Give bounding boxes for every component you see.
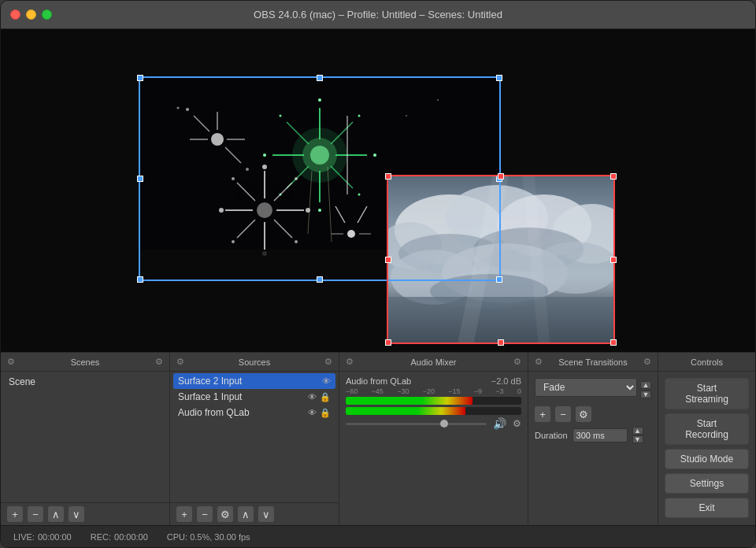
- svg-point-42: [262, 165, 267, 169]
- duration-input[interactable]: [573, 428, 628, 442]
- svg-point-50: [177, 107, 180, 109]
- source-eye-icon-2[interactable]: 👁: [308, 392, 317, 402]
- transitions-content: Fade Cut Swipe Slide Stinger ▲ ▼: [528, 372, 658, 525]
- sources-title: Sources: [184, 357, 324, 367]
- start-streaming-button[interactable]: Start Streaming: [665, 378, 749, 409]
- bottom-panels: ⚙ Scenes ⚙ Scene + − ∧ ∨ ⚙ Sources: [1, 352, 755, 547]
- scenes-down-button[interactable]: ∨: [69, 506, 84, 522]
- minimize-button[interactable]: [26, 9, 36, 20]
- meter-level-2: [346, 407, 465, 415]
- transition-select-row: Fade Cut Swipe Slide Stinger ▲ ▼: [535, 378, 651, 402]
- scenes-footer: + − ∧ ∨: [1, 502, 169, 525]
- transition-type-select[interactable]: Fade Cut Swipe Slide Stinger: [535, 378, 637, 397]
- duration-down-button[interactable]: ▼: [632, 435, 643, 443]
- source-item-audio[interactable]: Audio from QLab 👁 🔒: [173, 405, 335, 420]
- transition-add-button[interactable]: +: [535, 406, 550, 422]
- panel-audio-mixer: ⚙ Audio Mixer ⚙ Audio from QLab −2.0 dB …: [339, 353, 528, 525]
- volume-slider[interactable]: [346, 423, 487, 425]
- svg-point-49: [232, 240, 235, 243]
- svg-point-12: [318, 98, 321, 102]
- volume-thumb[interactable]: [440, 420, 448, 428]
- studio-mode-button[interactable]: Studio Mode: [665, 449, 749, 469]
- scenes-list: Scene: [1, 372, 169, 502]
- source-item-surface2[interactable]: Surface 2 Input 👁: [173, 373, 335, 389]
- panel-scene-transitions: ⚙ Scene Transitions ⚙ Fade Cut Swipe Sli…: [528, 353, 658, 525]
- audio-menu-icon[interactable]: ⚙: [513, 357, 521, 367]
- svg-point-47: [295, 240, 298, 243]
- transition-gear-button[interactable]: ⚙: [576, 406, 591, 422]
- scenes-add-button[interactable]: +: [7, 506, 23, 522]
- duration-spinner: ▲ ▼: [632, 427, 643, 443]
- preview-canvas: [1, 29, 755, 352]
- svg-point-33: [257, 202, 272, 218]
- maximize-button[interactable]: [42, 9, 52, 20]
- source-eye-icon[interactable]: 👁: [322, 376, 331, 386]
- exit-button[interactable]: Exit: [665, 498, 749, 518]
- meter-labels: −60 −45 −30 −20 −15 −9 −3 0: [346, 387, 521, 395]
- transitions-settings-icon[interactable]: ⚙: [535, 357, 543, 367]
- audio-settings-icon-2[interactable]: ⚙: [513, 418, 521, 429]
- sources-list: Surface 2 Input 👁 Surface 1 Input 👁 🔒: [170, 372, 339, 502]
- scenes-menu-icon[interactable]: ⚙: [155, 357, 163, 367]
- duration-label: Duration: [535, 431, 568, 440]
- scene-item[interactable]: Scene: [1, 373, 169, 391]
- sources-header: ⚙ Sources ⚙: [170, 353, 339, 372]
- sources-down-button[interactable]: ∨: [258, 506, 274, 522]
- svg-point-46: [232, 177, 235, 180]
- rec-time: 00:00:00: [114, 532, 148, 542]
- audio-settings-icon[interactable]: ⚙: [346, 357, 354, 367]
- settings-button[interactable]: Settings: [665, 473, 749, 494]
- obs-window: OBS 24.0.6 (mac) – Profile: Untitled – S…: [0, 0, 756, 548]
- source-icons-surface1: 👁 🔒: [308, 392, 331, 402]
- cpu-status: CPU: 0.5%, 30.00 fps: [167, 532, 250, 542]
- svg-point-15: [373, 154, 376, 157]
- svg-point-19: [358, 194, 361, 196]
- sources-up-button[interactable]: ∧: [238, 506, 254, 522]
- audio-header: ⚙ Audio Mixer ⚙: [339, 353, 528, 372]
- svg-point-14: [263, 154, 266, 157]
- sources-add-button[interactable]: +: [176, 506, 192, 522]
- clouds-source: [387, 175, 615, 344]
- transitions-menu-icon[interactable]: ⚙: [643, 357, 651, 367]
- scenes-up-button[interactable]: ∧: [48, 506, 64, 522]
- source-lock-icon-3[interactable]: 🔒: [320, 408, 331, 418]
- source-item-surface1[interactable]: Surface 1 Input 👁 🔒: [173, 389, 335, 405]
- sources-menu-icon[interactable]: ⚙: [324, 357, 332, 367]
- start-recording-button[interactable]: Start Recording: [665, 413, 749, 445]
- sources-remove-button[interactable]: −: [197, 506, 213, 522]
- source-icons-surface2: 👁: [322, 376, 331, 386]
- live-status: LIVE: 00:00:00: [13, 532, 72, 542]
- audio-meter: [346, 397, 521, 405]
- svg-point-13: [318, 209, 321, 212]
- controls-header: Controls: [658, 353, 755, 372]
- duration-up-button[interactable]: ▲: [632, 427, 643, 435]
- cpu-info: CPU: 0.5%, 30.00 fps: [167, 532, 250, 542]
- transition-remove-button[interactable]: −: [555, 406, 571, 422]
- svg-point-20: [211, 133, 224, 146]
- source-eye-icon-3[interactable]: 👁: [308, 408, 317, 417]
- source-lock-icon-2[interactable]: 🔒: [320, 392, 331, 402]
- panel-scenes: ⚙ Scenes ⚙ Scene + − ∧ ∨: [1, 353, 170, 525]
- close-button[interactable]: [10, 9, 20, 20]
- svg-point-53: [406, 115, 407, 117]
- titlebar: OBS 24.0.6 (mac) – Profile: Untitled – S…: [1, 1, 755, 29]
- scenes-settings-icon[interactable]: ⚙: [7, 357, 15, 367]
- source-name-surface1: Surface 1 Input: [178, 391, 308, 402]
- live-time: 00:00:00: [38, 532, 72, 542]
- transition-down-button[interactable]: ▼: [640, 391, 651, 398]
- audio-track-label: Audio from QLab: [346, 376, 411, 386]
- svg-point-51: [437, 99, 439, 101]
- audio-tracks: Audio from QLab −2.0 dB −60 −45 −30 −20 …: [339, 372, 528, 525]
- mute-icon[interactable]: 🔊: [493, 417, 506, 430]
- source-name-audio: Audio from QLab: [178, 407, 308, 418]
- scenes-remove-button[interactable]: −: [28, 506, 43, 522]
- controls-title: Controls: [665, 357, 749, 367]
- transitions-title: Scene Transitions: [543, 357, 643, 367]
- transition-up-button[interactable]: ▲: [640, 381, 651, 389]
- sources-settings-icon[interactable]: ⚙: [176, 357, 184, 367]
- window-title: OBS 24.0.6 (mac) – Profile: Untitled – S…: [254, 9, 502, 20]
- svg-rect-71: [387, 297, 615, 344]
- source-name-surface2: Surface 2 Input: [178, 376, 322, 387]
- rec-status: REC: 00:00:00: [91, 532, 148, 542]
- sources-settings-button[interactable]: ⚙: [217, 506, 233, 522]
